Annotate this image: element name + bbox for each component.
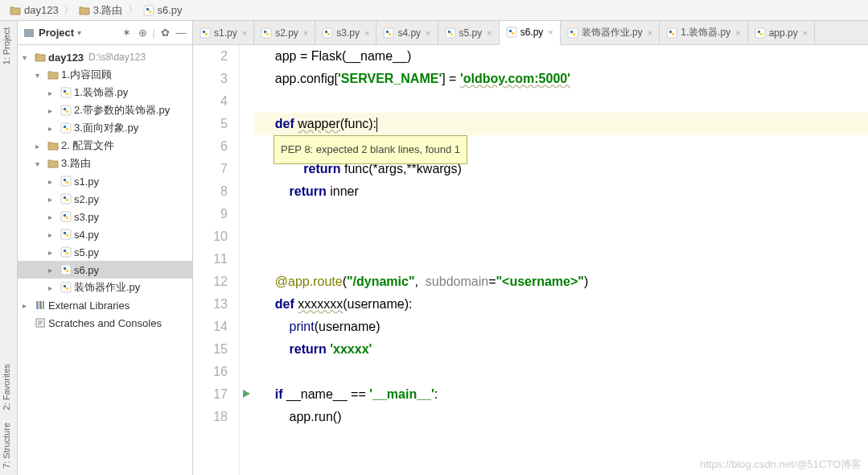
tree-item[interactable]: Scratches and Consoles bbox=[18, 314, 192, 332]
tree-arrow-icon[interactable]: ▸ bbox=[48, 213, 58, 221]
tree-arrow-icon[interactable]: ▸ bbox=[23, 301, 32, 310]
code-line[interactable] bbox=[254, 203, 868, 225]
editor-tab[interactable]: app.py× bbox=[748, 21, 815, 44]
tree-item[interactable]: ▾3.路由 bbox=[18, 155, 192, 172]
close-icon[interactable]: × bbox=[487, 28, 492, 38]
line-number: 5 bbox=[193, 113, 228, 135]
tree-arrow-icon[interactable]: ▸ bbox=[48, 230, 58, 239]
editor-tab[interactable]: 1.装饰器.py× bbox=[660, 21, 747, 44]
tree-arrow-icon[interactable]: ▸ bbox=[48, 248, 58, 257]
line-number: 8 bbox=[193, 180, 228, 203]
tree-arrow-icon[interactable]: ▸ bbox=[48, 266, 58, 275]
run-icon[interactable] bbox=[241, 389, 253, 400]
code-line[interactable]: return inner bbox=[254, 180, 868, 203]
tree-arrow-icon[interactable]: ▸ bbox=[48, 89, 58, 97]
tree-arrow-icon[interactable]: ▸ bbox=[48, 124, 58, 133]
breadcrumb-item[interactable]: s6.py bbox=[140, 4, 186, 16]
code-content[interactable]: app = Flask(__name__) app.config['SERVER… bbox=[254, 45, 868, 475]
tab-label: s1.py bbox=[214, 27, 237, 39]
breadcrumb-item[interactable]: 3.路由 bbox=[76, 3, 126, 18]
tree-item[interactable]: ▸s6.py bbox=[18, 261, 192, 279]
tree-item[interactable]: ▸2. 配置文件 bbox=[18, 137, 192, 155]
tree-label: s5.py bbox=[74, 246, 99, 258]
tree-label: 3.路由 bbox=[61, 156, 91, 171]
py-icon bbox=[200, 27, 211, 39]
tree-item[interactable]: ▸s1.py bbox=[18, 172, 192, 190]
tree-item[interactable]: ▸s4.py bbox=[18, 225, 192, 243]
py-icon bbox=[506, 27, 517, 38]
code-line[interactable] bbox=[254, 361, 868, 383]
code-line[interactable] bbox=[254, 225, 868, 248]
tool-favorites[interactable]: 2: Favorites bbox=[0, 357, 13, 416]
tree-item[interactable]: ▾day123D:\s8\day123 bbox=[18, 48, 192, 66]
target-icon[interactable]: ⊕ bbox=[137, 27, 150, 39]
hide-icon[interactable]: — bbox=[175, 27, 187, 39]
tree-item[interactable]: ▸s3.py bbox=[18, 208, 192, 225]
close-icon[interactable]: × bbox=[648, 28, 652, 38]
close-icon[interactable]: × bbox=[303, 28, 308, 38]
tree-arrow-icon[interactable]: ▸ bbox=[48, 106, 58, 115]
code-line[interactable]: @app.route("/dynamic", subdomain="<usern… bbox=[254, 271, 868, 293]
editor-tab[interactable]: s3.py× bbox=[315, 21, 376, 44]
breadcrumb-item[interactable]: day123 bbox=[6, 4, 62, 16]
code-line[interactable] bbox=[254, 90, 868, 113]
tree-arrow-icon[interactable]: ▸ bbox=[48, 195, 58, 204]
tree-arrow-icon[interactable]: ▸ bbox=[48, 283, 58, 292]
py-icon bbox=[567, 27, 578, 39]
code-line[interactable]: def wapper(func): bbox=[254, 113, 868, 135]
close-icon[interactable]: × bbox=[803, 28, 808, 38]
tree-item[interactable]: ▸2.带参数的装饰器.py bbox=[18, 101, 192, 119]
tab-label: app.py bbox=[769, 27, 798, 39]
py-icon bbox=[445, 27, 456, 39]
tree-label: 3.面向对象.py bbox=[74, 121, 138, 135]
code-line[interactable]: app = Flask(__name__) bbox=[254, 45, 868, 68]
tree-item[interactable]: ▸1.装饰器.py bbox=[18, 84, 192, 101]
tree-item[interactable]: ▸装饰器作业.py bbox=[18, 279, 192, 296]
line-number: 3 bbox=[193, 68, 228, 90]
tree-arrow-icon[interactable]: ▸ bbox=[35, 142, 45, 151]
code-line[interactable]: if __name__ == '__main__': bbox=[254, 383, 868, 406]
py-icon bbox=[60, 210, 72, 223]
line-number: 11 bbox=[193, 248, 228, 271]
tree-item[interactable]: ▸External Libraries bbox=[18, 296, 192, 314]
tree-item[interactable]: ▸s5.py bbox=[18, 243, 192, 261]
project-header: Project ▾ ✶ ⊕ | ✿ — bbox=[18, 21, 192, 45]
editor-tab[interactable]: s1.py× bbox=[193, 21, 254, 44]
close-icon[interactable]: × bbox=[735, 28, 740, 38]
tree-arrow-icon[interactable]: ▾ bbox=[35, 71, 45, 80]
project-dropdown[interactable]: ▾ bbox=[77, 28, 81, 37]
editor-tab[interactable]: s2.py× bbox=[254, 21, 315, 44]
close-icon[interactable]: × bbox=[548, 27, 553, 37]
tree-label: s6.py bbox=[74, 264, 99, 276]
code-line[interactable] bbox=[254, 248, 868, 271]
collapse-icon[interactable]: ✶ bbox=[121, 27, 134, 39]
close-icon[interactable]: × bbox=[242, 28, 247, 38]
text-caret bbox=[376, 118, 377, 132]
tree-arrow-icon[interactable]: ▾ bbox=[23, 53, 32, 62]
tree-label: 1.装饰器.py bbox=[74, 85, 128, 100]
tab-label: s2.py bbox=[275, 27, 298, 39]
tool-structure[interactable]: 7: Structure bbox=[0, 416, 13, 475]
editor-tab[interactable]: s6.py× bbox=[500, 21, 561, 45]
code-line[interactable]: return 'xxxxx' bbox=[254, 338, 868, 361]
editor-tab[interactable]: 装饰器作业.py× bbox=[561, 21, 660, 44]
folder-icon bbox=[47, 68, 60, 81]
code-line[interactable]: app.config['SERVER_NAME'] = 'oldboy.com:… bbox=[254, 68, 868, 90]
tree-item[interactable]: ▸3.面向对象.py bbox=[18, 119, 192, 137]
tree-label: 1.内容回顾 bbox=[61, 68, 112, 82]
py-icon bbox=[755, 27, 766, 39]
code-editor[interactable]: 23456789101112131415161718 app = Flask(_… bbox=[193, 45, 868, 475]
tree-item[interactable]: ▾1.内容回顾 bbox=[18, 66, 192, 84]
tree-arrow-icon[interactable]: ▸ bbox=[48, 177, 58, 186]
gear-icon[interactable]: ✿ bbox=[158, 27, 171, 39]
editor-tab[interactable]: s4.py× bbox=[376, 21, 438, 44]
close-icon[interactable]: × bbox=[426, 28, 430, 38]
code-line[interactable]: app.run() bbox=[254, 406, 868, 428]
code-line[interactable]: def xxxxxxx(username): bbox=[254, 293, 868, 316]
tool-project[interactable]: 1: Project bbox=[0, 21, 13, 71]
tree-arrow-icon[interactable]: ▾ bbox=[35, 159, 45, 168]
editor-tab[interactable]: s5.py× bbox=[438, 21, 500, 44]
close-icon[interactable]: × bbox=[364, 28, 369, 38]
code-line[interactable]: print(username) bbox=[254, 316, 868, 338]
tree-item[interactable]: ▸s2.py bbox=[18, 190, 192, 208]
